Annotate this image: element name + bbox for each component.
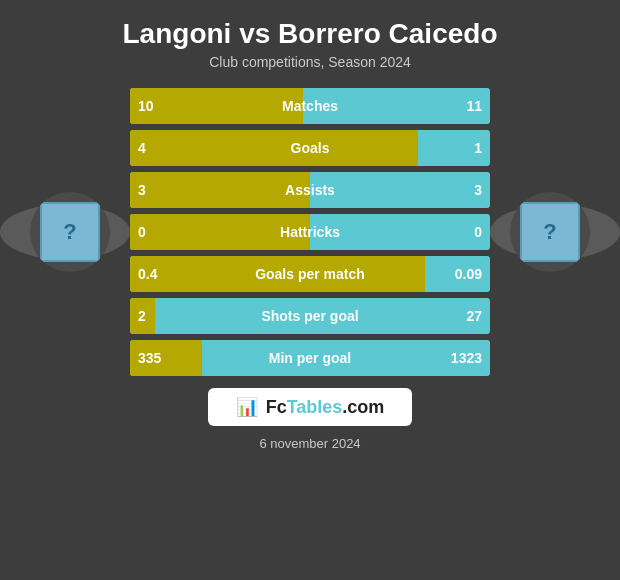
stat-left-value: 0 (130, 214, 174, 250)
comparison-section: ? 10Matches114Goals13Assists30Hattricks0… (10, 88, 610, 376)
stat-right-value: 0.09 (440, 256, 490, 292)
stat-row: 4Goals1 (130, 130, 490, 166)
stat-row: 335Min per goal1323 (130, 340, 490, 376)
stat-right-value: 3 (440, 172, 490, 208)
stat-right-value: 1 (440, 130, 490, 166)
page-wrapper: Langoni vs Borrero Caicedo Club competit… (0, 0, 620, 580)
stat-right-value: 1323 (440, 340, 490, 376)
stat-row: 3Assists3 (130, 172, 490, 208)
player-avatar-left: ? (30, 192, 110, 272)
stat-left-value: 4 (130, 130, 174, 166)
stat-left-value: 3 (130, 172, 174, 208)
fctables-icon: 📊 (236, 396, 258, 418)
stat-left-value: 335 (130, 340, 174, 376)
fctables-text: FcTables.com (266, 397, 385, 418)
stat-row: 2Shots per goal27 (130, 298, 490, 334)
stat-left-value: 2 (130, 298, 174, 334)
page-title: Langoni vs Borrero Caicedo (123, 18, 498, 50)
stat-right-value: 27 (440, 298, 490, 334)
footer-date: 6 november 2024 (259, 436, 360, 451)
stat-left-value: 0.4 (130, 256, 174, 292)
fctables-banner: 📊 FcTables.com (208, 388, 413, 426)
stat-right-value: 11 (440, 88, 490, 124)
stats-container: 10Matches114Goals13Assists30Hattricks00.… (130, 88, 490, 376)
player-avatar-right: ? (510, 192, 590, 272)
stat-left-value: 10 (130, 88, 174, 124)
stat-right-value: 0 (440, 214, 490, 250)
stat-row: 10Matches11 (130, 88, 490, 124)
page-subtitle: Club competitions, Season 2024 (209, 54, 411, 70)
stat-row: 0Hattricks0 (130, 214, 490, 250)
stat-row: 0.4Goals per match0.09 (130, 256, 490, 292)
